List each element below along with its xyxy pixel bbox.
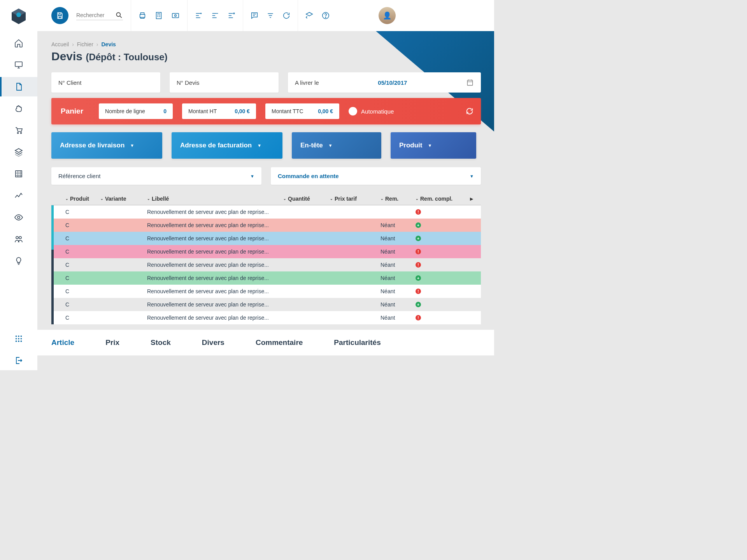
- tab-particularites[interactable]: Particularités: [334, 338, 381, 347]
- svg-point-25: [325, 17, 326, 18]
- nav-cart[interactable]: [0, 121, 37, 140]
- welcome-text: Bienvenue: [401, 12, 429, 19]
- page-title: Devis (Dépôt : Toulouse): [51, 50, 481, 63]
- cell-rem: Néant: [381, 288, 416, 294]
- tab-header[interactable]: En-tête▼: [292, 132, 381, 159]
- svg-point-12: [21, 336, 22, 337]
- table-row[interactable]: CRenouvellement de serveur avec plan de …: [51, 298, 481, 311]
- table-row[interactable]: CRenouvellement de serveur avec plan de …: [51, 205, 481, 219]
- table-row[interactable]: CRenouvellement de serveur avec plan de …: [51, 271, 481, 285]
- nav-logout[interactable]: [0, 351, 37, 370]
- user-bar[interactable]: 👤 Bienvenue Van den Bergen ▼: [370, 0, 494, 31]
- breadcrumb-home[interactable]: Accueil: [51, 41, 69, 47]
- chevron-down-icon: ▼: [328, 143, 333, 148]
- print-icon[interactable]: [138, 11, 147, 20]
- breadcrumb-current: Devis: [102, 41, 116, 47]
- user-menu-chevron-icon[interactable]: ▼: [480, 13, 484, 18]
- cell-produit: C: [65, 315, 100, 321]
- products-table: ⌄Produit ⌄Variante ⌄Libellé ⌄Quantité ⌄P…: [51, 192, 481, 324]
- nav-idea[interactable]: [0, 251, 37, 271]
- filter-clear-icon[interactable]: [227, 11, 236, 20]
- cell-libelle: Renouvellement de serveur avec plan de r…: [147, 209, 283, 215]
- cell-libelle: Renouvellement de serveur avec plan de r…: [147, 262, 283, 268]
- nav-home[interactable]: [0, 33, 37, 53]
- tab-delivery-address[interactable]: Adresse de livraison▼: [51, 132, 162, 159]
- chevron-right-icon: ›: [72, 41, 74, 47]
- tab-product[interactable]: Produit▼: [391, 132, 476, 159]
- cell-produit: C: [65, 222, 100, 228]
- cell-libelle: Renouvellement de serveur avec plan de r…: [147, 275, 283, 281]
- status-green-icon: +: [416, 222, 421, 228]
- svg-point-23: [175, 15, 177, 17]
- avatar: 👤: [379, 7, 396, 24]
- refresh-icon[interactable]: [282, 11, 291, 20]
- nav-layers[interactable]: [0, 142, 37, 162]
- search-input[interactable]: [76, 12, 115, 18]
- client-reference-select[interactable]: Référence client ▼: [51, 167, 261, 185]
- table-row[interactable]: CRenouvellement de serveur avec plan de …: [51, 258, 481, 271]
- auto-toggle[interactable]: Automatique: [349, 107, 394, 116]
- devis-number-field[interactable]: N° Devis: [170, 72, 279, 93]
- cart-title: Panier: [61, 107, 83, 116]
- cell-libelle: Renouvellement de serveur avec plan de r…: [147, 301, 283, 308]
- nav-analytics[interactable]: [0, 186, 37, 205]
- comment-icon[interactable]: [250, 11, 259, 20]
- tab-divers[interactable]: Divers: [202, 338, 224, 347]
- nav-hand[interactable]: [0, 99, 37, 118]
- table-row[interactable]: CRenouvellement de serveur avec plan de …: [51, 245, 481, 258]
- nav-apps[interactable]: [0, 329, 37, 348]
- pending-order-select[interactable]: Commande en attente ▼: [271, 167, 481, 185]
- cart-refresh-button[interactable]: [465, 107, 474, 116]
- export-icon[interactable]: [305, 11, 314, 20]
- table-row[interactable]: CRenouvellement de serveur avec plan de …: [51, 219, 481, 232]
- cell-rem: Néant: [381, 262, 416, 268]
- calendar-icon: [466, 79, 474, 86]
- nav-grid[interactable]: [0, 164, 37, 184]
- payment-icon[interactable]: [171, 11, 180, 20]
- col-prix[interactable]: ⌄Prix tarif: [330, 196, 381, 202]
- cell-produit: C: [65, 209, 100, 215]
- tab-billing-address[interactable]: Adresse de facturation▼: [172, 132, 282, 159]
- cell-status: +: [416, 222, 470, 228]
- svg-rect-22: [172, 14, 179, 18]
- filter-add-icon[interactable]: [195, 11, 203, 20]
- col-rem[interactable]: ⌄Rem.: [381, 196, 416, 202]
- sort-icon[interactable]: [267, 11, 274, 20]
- cell-status: !: [416, 289, 470, 294]
- cell-rem: Néant: [381, 235, 416, 242]
- tab-article[interactable]: Article: [51, 338, 74, 347]
- client-number-field[interactable]: N° Client: [51, 72, 160, 93]
- nav-monitor[interactable]: [0, 55, 37, 75]
- tab-stock[interactable]: Stock: [151, 338, 171, 347]
- help-icon[interactable]: [321, 11, 330, 20]
- chevron-down-icon: ▼: [257, 143, 261, 148]
- col-quantite[interactable]: ⌄Quantité: [283, 196, 330, 202]
- delivery-date-field[interactable]: A livrer le 05/10/2017: [288, 72, 481, 93]
- nav-eye[interactable]: [0, 208, 37, 227]
- cell-libelle: Renouvellement de serveur avec plan de r…: [147, 315, 283, 321]
- toggle-dot-icon: [349, 107, 357, 116]
- tab-commentaire[interactable]: Commentaire: [256, 338, 303, 347]
- breadcrumb-fichier[interactable]: Fichier: [77, 41, 93, 47]
- nav-users[interactable]: [0, 229, 37, 249]
- nav-document[interactable]: [0, 77, 37, 96]
- sidebar: [0, 0, 37, 370]
- save-button[interactable]: [51, 7, 68, 24]
- tab-prix[interactable]: Prix: [105, 338, 119, 347]
- chevron-down-icon: ▼: [130, 143, 134, 148]
- col-variante[interactable]: ⌄Variante: [100, 196, 147, 202]
- scroll-right-icon[interactable]: ▶: [470, 196, 476, 201]
- cell-status: +: [416, 302, 470, 307]
- cell-rem: Néant: [381, 315, 416, 321]
- calculator-icon[interactable]: [154, 11, 163, 20]
- col-rem-compl[interactable]: ⌄Rem. compl.: [416, 196, 470, 202]
- col-libelle[interactable]: ⌄Libellé: [147, 196, 283, 202]
- cell-libelle: Renouvellement de serveur avec plan de r…: [147, 235, 283, 242]
- col-produit[interactable]: ⌄Produit: [65, 196, 100, 202]
- filter-remove-icon[interactable]: [211, 11, 219, 20]
- table-row[interactable]: CRenouvellement de serveur avec plan de …: [51, 232, 481, 245]
- search-box[interactable]: [76, 11, 123, 20]
- table-row[interactable]: CRenouvellement de serveur avec plan de …: [51, 285, 481, 298]
- table-row[interactable]: CRenouvellement de serveur avec plan de …: [51, 311, 481, 324]
- chevron-right-icon: ›: [96, 41, 98, 47]
